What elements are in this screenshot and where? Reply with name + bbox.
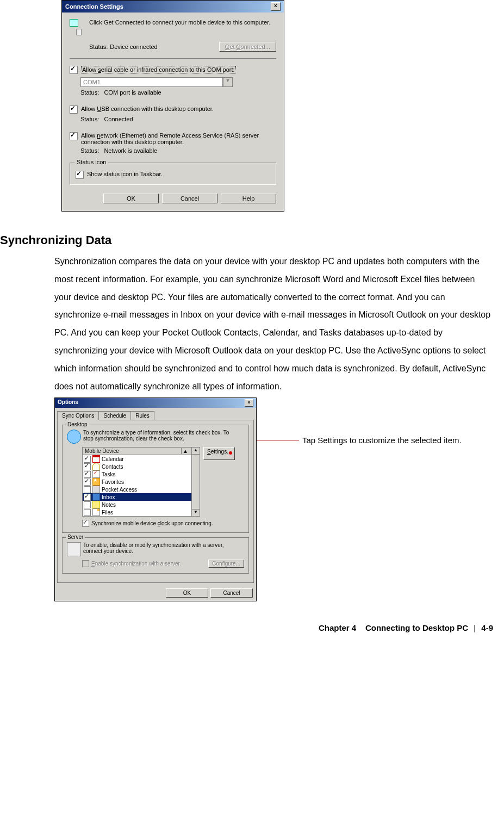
footer-page: 4-9	[481, 623, 493, 632]
dialog-title: Connection Settings	[65, 3, 123, 10]
network-checkbox[interactable]	[70, 132, 78, 140]
enable-server-checkbox	[82, 560, 89, 567]
server-fieldset: Server To enable, disable or modify sync…	[62, 537, 249, 574]
status-value: Device connected	[110, 44, 219, 50]
checkbox[interactable]	[84, 494, 91, 501]
taskbar-checkbox[interactable]	[76, 171, 84, 179]
favorites-icon	[92, 478, 100, 486]
cancel-button[interactable]: Cancel	[162, 194, 217, 203]
enable-server-label: Enable synchronization with a server.	[91, 561, 208, 567]
desktop-icon	[67, 430, 81, 444]
list-item-pocket-access[interactable]: Pocket Access	[83, 486, 191, 493]
sync-clock-label: Synchronize mobile device clock upon con…	[91, 520, 213, 526]
serial-checkbox-row: Allow serial cable or infrared connectio…	[70, 66, 276, 74]
desktop-fieldset: Desktop To synchronize a type of informa…	[62, 425, 249, 533]
com-status: Status: COM port is available	[80, 89, 276, 96]
device-icon	[70, 19, 85, 36]
status-icon-fieldset: Status icon Show status icon in Taskbar.	[70, 163, 276, 185]
list-item-favorites[interactable]: Favorites	[83, 478, 191, 486]
server-icon	[67, 542, 81, 556]
usb-checkbox-row: Allow USB connection with this desktop c…	[70, 105, 276, 114]
list-item-notes[interactable]: Notes	[83, 501, 191, 508]
usb-label: Allow USB connection with this desktop c…	[81, 105, 214, 112]
list-item-inbox[interactable]: Inbox	[83, 493, 191, 501]
status-label: Status:	[89, 44, 108, 50]
footer-title: Connecting to Desktop PC	[365, 623, 468, 632]
separator	[70, 58, 276, 59]
help-button[interactable]: Help	[221, 194, 276, 203]
footer-chapter: Chapter 4	[319, 623, 356, 632]
serial-label: Allow serial cable or infrared connectio…	[81, 66, 236, 73]
checkbox[interactable]	[84, 479, 91, 486]
get-connected-button[interactable]: Get Connected...	[219, 42, 276, 52]
com-port-combo[interactable]: COM1 ▼	[80, 77, 233, 87]
dialog-title: Options	[58, 399, 78, 407]
usb-checkbox[interactable]	[70, 105, 78, 114]
network-status: Status: Network is available	[80, 147, 276, 154]
desktop-legend: Desktop	[66, 421, 89, 427]
scroll-down-icon[interactable]: ▼	[192, 509, 200, 516]
callout-text: Tap Settings to customize the selected i…	[302, 434, 465, 446]
list-item-files[interactable]: Files	[83, 508, 191, 516]
desktop-text: To synchronize a type of information, se…	[83, 430, 230, 444]
settings-button[interactable]: Settings...	[203, 447, 235, 460]
list-item-calendar[interactable]: Calendar	[83, 455, 191, 463]
tab-panel: Desktop To synchronize a type of informa…	[57, 420, 254, 583]
tab-sync-options[interactable]: Sync Options	[57, 411, 99, 420]
inbox-icon	[92, 493, 100, 501]
scroll-up-icon[interactable]: ▲	[192, 448, 200, 455]
network-checkbox-row: Allow network (Ethernet) and Remote Acce…	[70, 132, 276, 145]
tasks-icon	[92, 470, 100, 478]
contacts-icon	[92, 463, 100, 470]
fieldset-legend: Status icon	[74, 159, 108, 165]
sync-items-list[interactable]: Mobile Device ▲ Calendar Contacts Tasks …	[82, 447, 192, 517]
options-dialog: Options × Sync Options Schedule Rules De…	[54, 397, 257, 601]
com-port-value: COM1	[80, 77, 223, 87]
configure-button: Configure...	[208, 560, 244, 568]
body-paragraph: Synchronization compares the data on you…	[0, 253, 493, 395]
page-footer: Chapter 4 Connecting to Desktop PC | 4-9	[0, 623, 493, 632]
server-legend: Server	[66, 534, 85, 540]
tab-schedule[interactable]: Schedule	[98, 411, 131, 420]
section-heading: Synchronizing Data	[0, 233, 493, 247]
network-label: Allow network (Ethernet) and Remote Acce…	[81, 132, 276, 145]
ok-button[interactable]: OK	[166, 588, 208, 598]
calendar-icon	[92, 455, 100, 463]
list-item-contacts[interactable]: Contacts	[83, 463, 191, 470]
taskbar-label: Show status icon in Taskbar.	[87, 171, 163, 177]
checkbox[interactable]	[84, 501, 91, 508]
callout-dot	[229, 451, 232, 455]
scrollbar[interactable]: ▲ ▼	[192, 447, 200, 517]
cancel-button[interactable]: Cancel	[210, 588, 253, 598]
intro-text: Click Get Connected to connect your mobi…	[89, 19, 276, 36]
chevron-down-icon[interactable]: ▼	[223, 77, 233, 87]
server-text: To enable, disable or modify synchroniza…	[83, 542, 230, 556]
close-icon[interactable]: ×	[271, 2, 281, 11]
connection-settings-dialog: Connection Settings × Click Get Connecte…	[61, 0, 284, 212]
sort-up-icon[interactable]: ▲	[181, 448, 189, 454]
close-icon[interactable]: ×	[245, 399, 253, 407]
sync-clock-checkbox[interactable]: ✓	[82, 520, 89, 527]
serial-checkbox[interactable]	[70, 66, 78, 74]
list-item-tasks[interactable]: Tasks	[83, 470, 191, 478]
titlebar: Connection Settings ×	[62, 1, 284, 13]
titlebar: Options ×	[55, 398, 256, 408]
ok-button[interactable]: OK	[103, 194, 159, 203]
list-header[interactable]: Mobile Device ▲	[83, 448, 191, 455]
notes-icon	[92, 501, 100, 508]
checkbox[interactable]	[84, 509, 91, 516]
usb-status: Status: Connected	[80, 116, 276, 122]
files-icon	[92, 508, 100, 516]
pocket-access-icon	[92, 486, 100, 493]
tab-rules[interactable]: Rules	[130, 411, 154, 420]
